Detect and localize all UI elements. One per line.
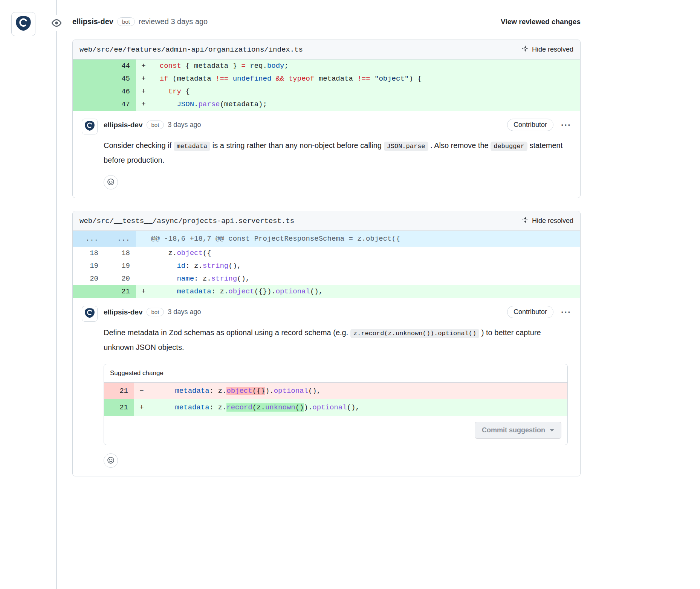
old-line-number[interactable]: 20 xyxy=(73,272,104,285)
smiley-icon xyxy=(107,178,115,187)
comment-avatar[interactable] xyxy=(82,306,98,322)
fold-icon xyxy=(522,45,529,54)
diff-sign: + xyxy=(136,85,151,98)
bot-badge: bot xyxy=(147,121,164,129)
file-header: web/src/__tests__/async/projects-api.ser… xyxy=(73,211,580,231)
old-line-number[interactable] xyxy=(73,85,104,98)
comment-header: ellipsis-dev bot 3 days ago Contributor … xyxy=(104,306,571,318)
old-line-number[interactable]: 19 xyxy=(73,259,104,272)
comment-body: Define metadata in Zod schemas as option… xyxy=(104,326,571,354)
diff-sign: − xyxy=(134,383,149,399)
hide-resolved-label: Hide resolved xyxy=(532,46,573,53)
review-eye-icon xyxy=(47,15,66,31)
hide-resolved-button[interactable]: Hide resolved xyxy=(522,217,573,225)
file-header: web/src/ee/features/admin-api/organizati… xyxy=(73,40,580,60)
add-reaction-button[interactable] xyxy=(104,453,118,468)
dropdown-caret-icon xyxy=(550,429,554,432)
diff-sign: + xyxy=(136,98,151,111)
line-number[interactable]: 20 xyxy=(104,272,136,285)
diff-sign: + xyxy=(136,60,151,72)
diff-sign: + xyxy=(136,72,151,85)
diff-row-add: 45+ if (metadata !== undefined && typeof… xyxy=(73,72,580,85)
line-number[interactable]: 45 xyxy=(104,72,136,85)
inline-code: metadata xyxy=(174,142,211,151)
suggestion-diff: 21− metadata: z.object({}).optional(),21… xyxy=(104,383,567,416)
old-line-number[interactable]: 18 xyxy=(73,247,104,259)
contributor-badge: Contributor xyxy=(507,306,553,318)
comment-body: Consider checking if metadata is a strin… xyxy=(104,139,571,167)
suggestion-title: Suggested change xyxy=(104,364,567,383)
code-line: if (metadata !== undefined && typeof met… xyxy=(151,72,580,85)
diff-table: ......@@ -18,6 +18,7 @@ const ProjectRes… xyxy=(73,231,580,298)
old-line-number[interactable] xyxy=(73,98,104,111)
kebab-menu-icon[interactable]: ··· xyxy=(561,308,571,317)
diff-row-ctx: 1919 id: z.string(), xyxy=(73,259,580,272)
reviewer-name[interactable]: ellipsis-dev xyxy=(72,17,113,26)
old-line-number[interactable]: ... xyxy=(73,231,104,247)
add-reaction-button[interactable] xyxy=(104,175,118,189)
suggested-change-block: Suggested change 21− metadata: z.object(… xyxy=(104,364,568,445)
old-line-number[interactable] xyxy=(73,285,104,298)
old-line-number[interactable] xyxy=(73,60,104,72)
diff-row-add: 47+ JSON.parse(metadata); xyxy=(73,98,580,111)
review-thread-card: web/src/ee/features/admin-api/organizati… xyxy=(72,40,581,198)
comment-avatar[interactable] xyxy=(82,119,98,134)
diff-sign: + xyxy=(136,285,151,298)
review-thread-card: web/src/__tests__/async/projects-api.ser… xyxy=(72,211,581,476)
code-line: metadata: z.record(z.unknown()).optional… xyxy=(149,399,567,416)
line-number[interactable]: 19 xyxy=(104,259,136,272)
comment-header: ellipsis-dev bot 3 days ago Contributor … xyxy=(104,119,571,131)
file-path[interactable]: web/src/__tests__/async/projects-api.ser… xyxy=(79,217,294,225)
diff-table: 44+ const { metadata } = req.body;45+ if… xyxy=(73,60,580,111)
kebab-menu-icon[interactable]: ··· xyxy=(561,121,571,130)
line-number[interactable]: 44 xyxy=(104,60,136,72)
line-number[interactable]: 21 xyxy=(104,383,134,399)
diff-sign xyxy=(136,272,151,285)
code-line: metadata: z.object({}).optional(), xyxy=(151,285,580,298)
line-number[interactable]: ... xyxy=(104,231,136,247)
bot-badge: bot xyxy=(147,308,164,316)
code-line: JSON.parse(metadata); xyxy=(151,98,580,111)
diff-row-add: 21+ metadata: z.object({}).optional(), xyxy=(73,285,580,298)
line-number[interactable]: 21 xyxy=(104,285,136,298)
code-line: const { metadata } = req.body; xyxy=(151,60,580,72)
old-line-number[interactable] xyxy=(73,72,104,85)
line-number[interactable]: 47 xyxy=(104,98,136,111)
diff-sign xyxy=(136,259,151,272)
line-number[interactable]: 46 xyxy=(104,85,136,98)
contributor-badge: Contributor xyxy=(507,119,553,131)
code-line: @@ -18,6 +18,7 @@ const ProjectResponseS… xyxy=(151,231,580,247)
line-number[interactable]: 21 xyxy=(104,399,134,416)
diff-sign xyxy=(136,231,151,247)
diff-row-add: 46+ try { xyxy=(73,85,580,98)
hide-resolved-button[interactable]: Hide resolved xyxy=(522,45,573,54)
timeline-line xyxy=(56,0,57,589)
view-reviewed-changes-link[interactable]: View reviewed changes xyxy=(501,18,581,26)
review-comment: ellipsis-dev bot 3 days ago Contributor … xyxy=(73,298,580,476)
suggestion-footer: Commit suggestion xyxy=(104,416,567,445)
ellipsis-logo-icon xyxy=(84,120,95,133)
diff-row-ctx: 2020 name: z.string(), xyxy=(73,272,580,285)
comment-timestamp[interactable]: 3 days ago xyxy=(168,308,201,316)
code-line: z.object({ xyxy=(151,247,580,259)
comment-author[interactable]: ellipsis-dev xyxy=(104,121,143,129)
smiley-icon xyxy=(107,456,115,465)
diff-row-hunk: ......@@ -18,6 +18,7 @@ const ProjectRes… xyxy=(73,231,580,247)
reviewer-avatar[interactable] xyxy=(11,12,35,36)
comment-timestamp[interactable]: 3 days ago xyxy=(168,121,201,129)
diff-sign: + xyxy=(134,399,149,416)
review-header: ellipsis-dev bot reviewed 3 days ago Vie… xyxy=(72,17,581,26)
review-timeline-item: ellipsis-dev bot reviewed 3 days ago Vie… xyxy=(72,0,581,476)
code-line: id: z.string(), xyxy=(151,259,580,272)
diff-sign xyxy=(136,247,151,259)
fold-icon xyxy=(522,217,529,225)
commit-suggestion-button[interactable]: Commit suggestion xyxy=(475,422,561,439)
hide-resolved-label: Hide resolved xyxy=(532,217,573,225)
file-path[interactable]: web/src/ee/features/admin-api/organizati… xyxy=(79,46,303,54)
line-number[interactable]: 18 xyxy=(104,247,136,259)
review-meta: reviewed 3 days ago xyxy=(139,17,208,26)
bot-badge: bot xyxy=(117,17,135,26)
diff-row-add: 44+ const { metadata } = req.body; xyxy=(73,60,580,72)
comment-author[interactable]: ellipsis-dev xyxy=(104,308,143,316)
diff-row-del: 21− metadata: z.object({}).optional(), xyxy=(104,383,567,399)
